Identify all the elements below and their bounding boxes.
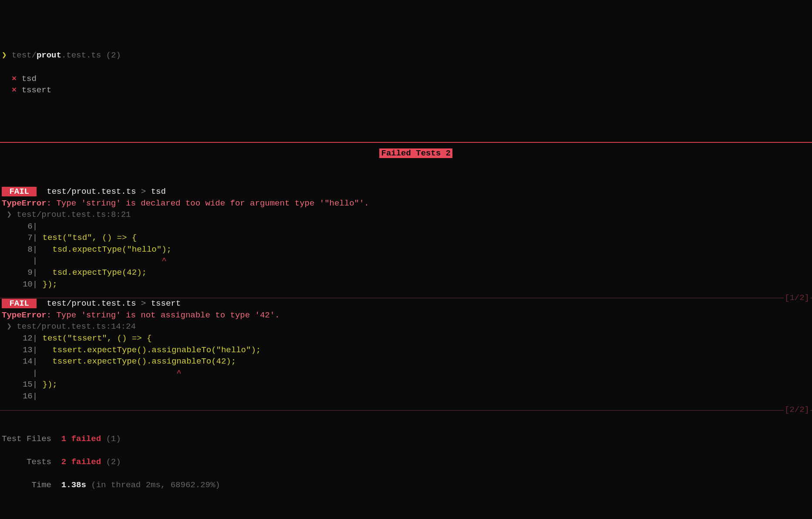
gutter-pipe: | (33, 368, 37, 378)
code-line: 10| }); (0, 279, 812, 290)
gutter-pipe: | (33, 268, 37, 277)
failure-title: FAIL test/prout.test.ts > tssert (0, 298, 812, 310)
error-text: Type 'string' is declared too wide for a… (56, 199, 369, 208)
summary-label: Time (2, 479, 51, 491)
gutter-pipe: | (33, 256, 37, 266)
code-text: tssert.expectType().assignableTo(42); (43, 357, 236, 366)
test-file-header: ❯ test/prout.test.ts (2) (0, 50, 812, 61)
error-type: TypeError (2, 199, 47, 208)
gutter-pipe: | (33, 222, 37, 231)
gutter-pipe: | (33, 391, 37, 401)
failure-counter: [1/2] (784, 292, 810, 304)
chevron-icon: ❯ (7, 210, 11, 219)
error-colon: : (47, 310, 57, 320)
code-text: }); (43, 380, 57, 389)
error-text: Type 'string' is not assignable to type … (56, 310, 280, 320)
separator: > (136, 187, 151, 196)
line-number: 6 (22, 221, 33, 233)
code-indent (43, 256, 162, 266)
gutter-pipe: | (33, 357, 37, 366)
failure-block: FAIL test/prout.test.ts > tssertTypeErro… (0, 298, 812, 402)
failure-counter: [2/2] (784, 404, 810, 416)
line-number: 13 (22, 344, 33, 356)
gutter-pipe: | (33, 380, 37, 389)
test-result-item: × tssert (0, 84, 812, 96)
line-number: 10 (22, 279, 33, 290)
caret-icon: ^ (176, 368, 181, 378)
fail-badge: FAIL (2, 299, 37, 308)
code-line: | ^ (0, 255, 812, 267)
failed-tests-label: Failed Tests 2 (379, 148, 452, 158)
code-line: | ^ (0, 367, 812, 379)
code-text: }); (43, 280, 57, 289)
code-line: 6| (0, 221, 812, 233)
file-path-prefix: test/ (12, 51, 37, 60)
summary-label: Tests (2, 456, 51, 468)
failure-block: FAIL test/prout.test.ts > tsdTypeError: … (0, 186, 812, 290)
error-location: ❯ test/prout.test.ts:8:21 (0, 209, 812, 221)
code-indent (43, 368, 177, 378)
gutter-pipe: | (33, 245, 37, 254)
separator: > (136, 299, 151, 308)
code-text: tsd.expectType(42); (43, 268, 147, 277)
failure-title: FAIL test/prout.test.ts > tsd (0, 186, 812, 198)
line-number: 16 (22, 391, 33, 402)
summary-suffix: (2) (101, 457, 121, 467)
error-message: TypeError: Type 'string' is not assignab… (0, 310, 812, 321)
code-text: tssert.expectType().assignableTo("hello"… (43, 345, 261, 355)
code-line: 15| }); (0, 379, 812, 391)
chevron-icon: ❯ (7, 322, 11, 331)
code-line: 7| test("tsd", () => { (0, 232, 812, 244)
code-line: 16| (0, 391, 812, 402)
gutter-pipe: | (33, 233, 37, 243)
code-line: 8| tsd.expectType("hello"); (0, 244, 812, 256)
summary-value: 2 failed (61, 457, 101, 467)
test-name: tsd (22, 74, 37, 84)
error-type: TypeError (2, 310, 47, 320)
test-result-item: × tsd (0, 73, 812, 85)
summary-tests: Tests 2 failed (2) (0, 456, 812, 468)
failure-path: test/prout.test.ts (47, 187, 136, 196)
summary-suffix: (1) (101, 434, 121, 444)
chevron-icon: ❯ (2, 51, 7, 60)
line-number: 14 (22, 356, 33, 367)
line-number: 12 (22, 333, 33, 344)
test-count: (2) (101, 51, 121, 60)
caret-icon: ^ (162, 256, 166, 266)
error-message: TypeError: Type 'string' is declared too… (0, 198, 812, 209)
code-line: 12| test("tssert", () => { (0, 333, 812, 344)
location-text: test/prout.test.ts:14:24 (12, 322, 136, 331)
code-text: test("tssert", () => { (43, 334, 152, 343)
code-text: test("tsd", () => { (43, 233, 137, 243)
line-number: 7 (22, 232, 33, 244)
code-line: 9| tsd.expectType(42); (0, 267, 812, 279)
test-name: tssert (22, 85, 51, 95)
failed-tests-divider: Failed Tests 2 (0, 125, 812, 159)
fail-mark-icon: × (12, 85, 17, 95)
code-text: tsd.expectType("hello"); (43, 245, 172, 254)
failure-test: tssert (151, 299, 181, 308)
code-line: 13| tssert.expectType().assignableTo("he… (0, 344, 812, 356)
gutter-pipe: | (33, 334, 37, 343)
code-line: 14| tssert.expectType().assignableTo(42)… (0, 356, 812, 367)
summary-value: 1.38s (61, 480, 86, 490)
line-number: 8 (22, 244, 33, 256)
line-number: 9 (22, 267, 33, 279)
file-name: prout (37, 51, 61, 60)
error-colon: : (47, 199, 57, 208)
failure-path: test/prout.test.ts (47, 299, 136, 308)
summary-files: Test Files 1 failed (1) (0, 433, 812, 445)
gutter-pipe: | (33, 345, 37, 355)
failure-test: tsd (151, 187, 166, 196)
location-text: test/prout.test.ts:8:21 (12, 210, 131, 219)
line-number: 15 (22, 379, 33, 391)
gutter-pipe: | (33, 280, 37, 289)
fail-mark-icon: × (12, 74, 17, 84)
error-location: ❯ test/prout.test.ts:14:24 (0, 321, 812, 333)
summary-value: 1 failed (61, 434, 101, 444)
file-path-suffix: .test.ts (61, 51, 101, 60)
fail-badge: FAIL (2, 187, 37, 196)
summary-suffix: (in thread 2ms, 68962.29%) (86, 480, 220, 490)
summary-time: Time 1.38s (in thread 2ms, 68962.29%) (0, 479, 812, 491)
summary-label: Test Files (2, 433, 51, 445)
